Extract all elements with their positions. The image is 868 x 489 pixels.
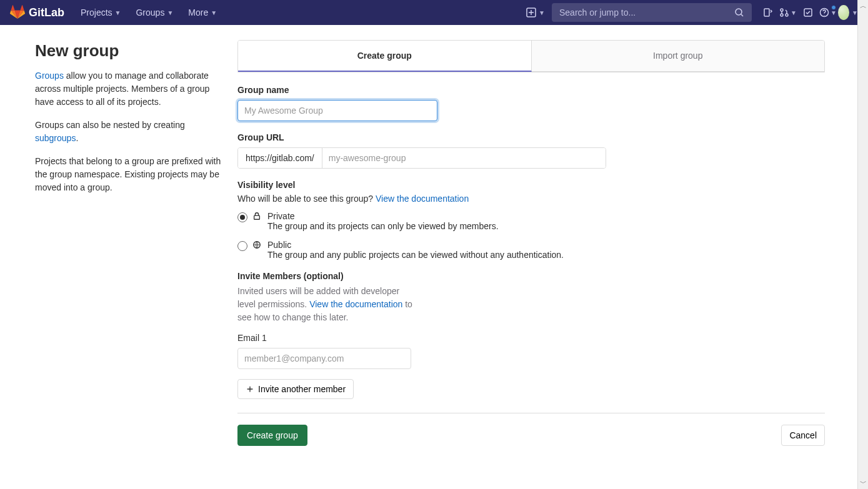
tab-create-group[interactable]: Create group xyxy=(238,41,532,72)
search-box[interactable] xyxy=(552,3,752,22)
svg-rect-8 xyxy=(254,215,260,219)
scrollbar[interactable]: ︿ ﹀ xyxy=(857,0,868,471)
group-url-field: https://gitlab.com/ xyxy=(237,147,606,169)
lock-icon xyxy=(252,212,262,222)
invite-another-button[interactable]: Invite another member xyxy=(237,379,354,399)
nav-projects[interactable]: Projects▼ xyxy=(74,4,127,21)
visibility-title: Visibility level xyxy=(237,180,825,190)
svg-rect-2 xyxy=(764,9,769,16)
info-para-3: Projects that belong to a group are pref… xyxy=(35,155,222,194)
radio-private[interactable] xyxy=(237,212,247,222)
nav-more[interactable]: More▼ xyxy=(182,4,223,21)
user-menu[interactable]: ▼ xyxy=(838,2,858,22)
todos-button[interactable] xyxy=(798,2,818,22)
public-desc: The group and any public projects can be… xyxy=(267,250,564,260)
create-group-button[interactable]: Create group xyxy=(237,425,307,446)
help-button[interactable]: ▼ xyxy=(818,2,838,22)
chevron-down-icon: ▼ xyxy=(831,9,837,16)
brand-text: GitLab xyxy=(29,6,64,19)
merge-requests-button[interactable]: ▼ xyxy=(778,2,798,22)
email-input[interactable] xyxy=(237,348,411,369)
form-panel: Create group Import group Group name Gro… xyxy=(237,40,825,446)
invite-help: Invited users will be added with develop… xyxy=(237,285,412,324)
svg-point-1 xyxy=(736,9,742,15)
radio-public[interactable] xyxy=(237,241,247,251)
public-label: Public xyxy=(267,240,564,250)
groups-link[interactable]: Groups xyxy=(35,71,64,81)
group-url-input[interactable] xyxy=(322,148,606,168)
topbar: GitLab Projects▼ Groups▼ More▼ ▼ ▼ ▼ ▼ xyxy=(0,0,868,25)
private-label: Private xyxy=(267,211,499,221)
url-prefix: https://gitlab.com/ xyxy=(238,148,322,168)
search-icon xyxy=(734,7,744,17)
chevron-down-icon: ▼ xyxy=(791,9,797,16)
avatar xyxy=(838,5,849,20)
chevron-down-icon: ▼ xyxy=(211,9,217,16)
scroll-up-icon[interactable]: ︿ xyxy=(859,0,868,12)
info-para-2: Groups can also be nested by creating su… xyxy=(35,119,222,145)
chevron-down-icon: ▼ xyxy=(167,9,173,16)
nav-groups[interactable]: Groups▼ xyxy=(129,4,179,21)
globe-icon xyxy=(252,240,262,251)
plus-square-icon xyxy=(526,7,536,17)
visibility-help: Who will be able to see this group? View… xyxy=(237,194,825,204)
merge-icon xyxy=(779,7,789,17)
svg-point-5 xyxy=(786,14,788,16)
info-para-1: Groups allow you to manage and collabora… xyxy=(35,69,222,109)
brand-logo[interactable]: GitLab xyxy=(10,5,64,20)
nav: Projects▼ Groups▼ More▼ xyxy=(74,4,223,21)
invite-title: Invite Members (optional) xyxy=(237,271,825,281)
cancel-button[interactable]: Cancel xyxy=(781,425,825,446)
group-name-input[interactable] xyxy=(237,100,437,121)
search-input[interactable] xyxy=(559,7,734,17)
create-new-button[interactable]: ▼ xyxy=(526,2,546,22)
issues-button[interactable] xyxy=(758,2,778,22)
gitlab-icon xyxy=(10,5,25,20)
tab-import-group[interactable]: Import group xyxy=(532,41,825,72)
group-name-label: Group name xyxy=(237,85,825,95)
group-url-label: Group URL xyxy=(237,132,825,142)
visibility-public-option[interactable]: Public The group and any public projects… xyxy=(237,240,825,260)
help-icon xyxy=(819,7,829,17)
form-footer: Create group Cancel xyxy=(237,413,825,446)
todos-icon xyxy=(803,7,813,17)
visibility-doc-link[interactable]: View the documentation xyxy=(376,194,469,204)
subgroups-link[interactable]: subgroups xyxy=(35,133,76,143)
chevron-down-icon: ▼ xyxy=(115,9,121,16)
plus-icon xyxy=(246,385,254,393)
private-desc: The group and its projects can only be v… xyxy=(267,221,499,231)
visibility-private-option[interactable]: Private The group and its projects can o… xyxy=(237,211,825,231)
info-panel: New group Groups allow you to manage and… xyxy=(35,40,222,446)
email-label: Email 1 xyxy=(237,333,825,343)
chevron-down-icon: ▼ xyxy=(539,9,545,16)
invite-doc-link[interactable]: View the documentation xyxy=(309,299,402,309)
page-title: New group xyxy=(35,41,222,61)
issues-icon xyxy=(763,7,773,17)
svg-point-3 xyxy=(781,9,783,11)
tabs: Create group Import group xyxy=(237,40,825,72)
svg-point-4 xyxy=(781,14,783,16)
